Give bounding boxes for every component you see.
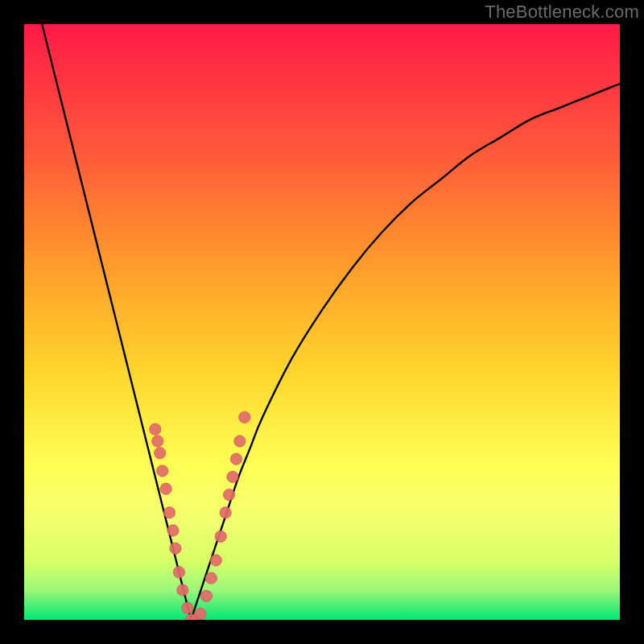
data-marker (234, 436, 246, 447)
data-marker (160, 483, 171, 494)
data-marker (200, 590, 212, 601)
data-marker (210, 555, 221, 566)
data-marker (230, 453, 242, 464)
data-marker (223, 489, 234, 500)
data-marker (182, 602, 193, 613)
plot-area (24, 24, 620, 620)
data-marker (239, 411, 250, 423)
data-marker (150, 423, 161, 435)
data-marker (163, 507, 175, 518)
data-marker (195, 608, 206, 619)
curve-layer (24, 24, 620, 620)
data-marker (167, 525, 179, 536)
watermark-text: TheBottleneck.com (485, 2, 639, 23)
data-marker (170, 543, 181, 554)
curve-right-branch (191, 84, 620, 620)
data-marker (205, 572, 217, 584)
data-marker (177, 584, 188, 596)
chart-frame: TheBottleneck.com (0, 0, 644, 644)
data-marker (173, 567, 184, 578)
data-marker (227, 471, 238, 482)
data-marker (215, 530, 226, 542)
data-marker (220, 507, 231, 518)
data-marker (155, 448, 166, 459)
data-marker (152, 436, 163, 447)
data-marker (156, 465, 167, 477)
